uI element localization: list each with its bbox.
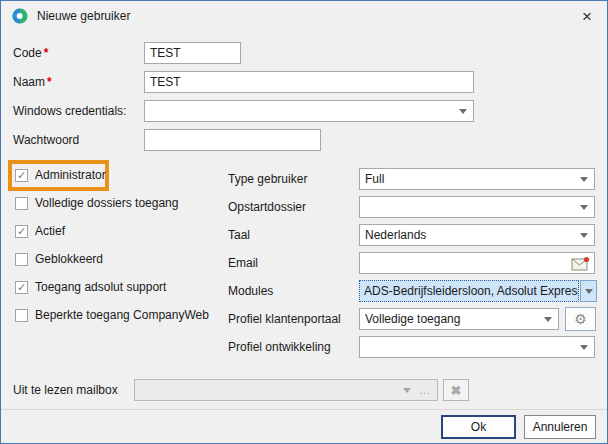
gear-icon: ⚙ <box>574 311 587 327</box>
klantenportaal-settings-button[interactable]: ⚙ <box>565 307 596 331</box>
volledige-dossiers-checkbox-label: Volledige dossiers toegang <box>35 196 178 210</box>
chevron-down-icon <box>580 345 588 350</box>
ok-button[interactable]: Ok <box>441 415 516 439</box>
check-icon: ✓ <box>17 170 26 181</box>
chevron-down-icon <box>580 177 588 182</box>
code-required-asterisk: * <box>44 46 49 60</box>
geblokkeerd-checkbox-label: Geblokkeerd <box>35 252 103 266</box>
chevron-down-icon <box>580 205 588 210</box>
chevron-down-icon <box>585 289 593 294</box>
chevron-down-icon <box>544 317 552 322</box>
geblokkeerd-checkbox[interactable] <box>15 253 28 266</box>
administrator-checkbox[interactable]: ✓ <box>15 169 28 182</box>
window-title: Nieuwe gebruiker <box>37 9 130 23</box>
beperkte-toegang-checkbox-row[interactable]: Beperkte toegang CompanyWeb <box>15 307 209 323</box>
opstartdossier-combo[interactable] <box>359 196 595 218</box>
modules-value: ADS-Bedrijfsleidersloon, Adsolut Express… <box>364 284 579 298</box>
close-icon[interactable]: × <box>578 8 596 25</box>
wachtwoord-input[interactable] <box>144 129 321 151</box>
code-label-text: Code <box>13 46 42 60</box>
taal-value: Nederlands <box>365 228 580 242</box>
taal-combo[interactable]: Nederlands <box>359 224 595 246</box>
windows-credentials-combo[interactable] <box>144 100 474 122</box>
volledige-dossiers-checkbox[interactable] <box>15 197 28 210</box>
check-icon: ✓ <box>17 282 26 293</box>
modules-field[interactable]: ADS-Bedrijfsleidersloon, Adsolut Express… <box>359 280 579 302</box>
mailbox-label: Uit te lezen mailbox <box>13 382 118 398</box>
chevron-down-icon <box>403 388 411 393</box>
chevron-down-icon <box>580 233 588 238</box>
mailbox-combo-disabled[interactable]: … <box>134 379 438 401</box>
naam-label: Naam* <box>13 74 52 90</box>
footer-divider <box>1 409 607 410</box>
naam-required-asterisk: * <box>47 75 52 89</box>
new-user-dialog: Nieuwe gebruiker × Code* Naam* Windows c… <box>0 0 608 444</box>
modules-dropdown-button[interactable] <box>580 280 597 302</box>
beperkte-toegang-checkbox-label: Beperkte toegang CompanyWeb <box>35 308 209 322</box>
code-label: Code* <box>13 45 48 61</box>
windows-credentials-label: Windows credentials: <box>13 103 126 119</box>
taal-label: Taal <box>228 227 250 243</box>
toegang-adsolut-checkbox-label: Toegang adsolut support <box>35 280 166 294</box>
profiel-ontwikkeling-label: Profiel ontwikkeling <box>228 339 331 355</box>
profiel-klantenportaal-combo[interactable]: Volledige toegang <box>359 308 559 330</box>
type-gebruiker-value: Full <box>365 172 580 186</box>
chevron-down-icon <box>459 109 467 114</box>
wachtwoord-label: Wachtwoord <box>13 132 79 148</box>
actief-checkbox-row[interactable]: ✓ Actief <box>15 223 65 239</box>
type-gebruiker-label: Type gebruiker <box>228 171 307 187</box>
profiel-klantenportaal-value: Volledige toegang <box>365 312 544 326</box>
ellipsis-browse-icon[interactable]: … <box>419 384 431 396</box>
email-label: Email <box>228 255 258 271</box>
send-email-icon[interactable] <box>571 256 590 271</box>
administrator-checkbox-row[interactable]: ✓ Administrator <box>15 167 106 183</box>
modules-label: Modules <box>228 283 273 299</box>
app-logo-icon <box>12 8 28 24</box>
geblokkeerd-checkbox-row[interactable]: Geblokkeerd <box>15 251 103 267</box>
volledige-dossiers-checkbox-row[interactable]: Volledige dossiers toegang <box>15 195 178 211</box>
profiel-klantenportaal-label: Profiel klantenportaal <box>228 311 341 327</box>
email-input[interactable] <box>359 252 595 274</box>
cancel-button[interactable]: Annuleren <box>524 415 596 439</box>
actief-checkbox[interactable]: ✓ <box>15 225 28 238</box>
beperkte-toegang-checkbox[interactable] <box>15 309 28 322</box>
check-icon: ✓ <box>17 226 26 237</box>
code-input[interactable] <box>144 42 241 64</box>
administrator-checkbox-label: Administrator <box>35 168 106 182</box>
type-gebruiker-combo[interactable]: Full <box>359 168 595 190</box>
opstartdossier-label: Opstartdossier <box>228 199 306 215</box>
toegang-adsolut-checkbox[interactable]: ✓ <box>15 281 28 294</box>
naam-input[interactable] <box>144 71 474 93</box>
toegang-adsolut-checkbox-row[interactable]: ✓ Toegang adsolut support <box>15 279 166 295</box>
naam-label-text: Naam <box>13 75 45 89</box>
actief-checkbox-label: Actief <box>35 224 65 238</box>
mailbox-clear-button[interactable]: ✖ <box>443 379 469 401</box>
titlebar: Nieuwe gebruiker × <box>1 1 607 31</box>
profiel-ontwikkeling-combo[interactable] <box>359 336 595 358</box>
clear-x-icon: ✖ <box>451 383 462 398</box>
